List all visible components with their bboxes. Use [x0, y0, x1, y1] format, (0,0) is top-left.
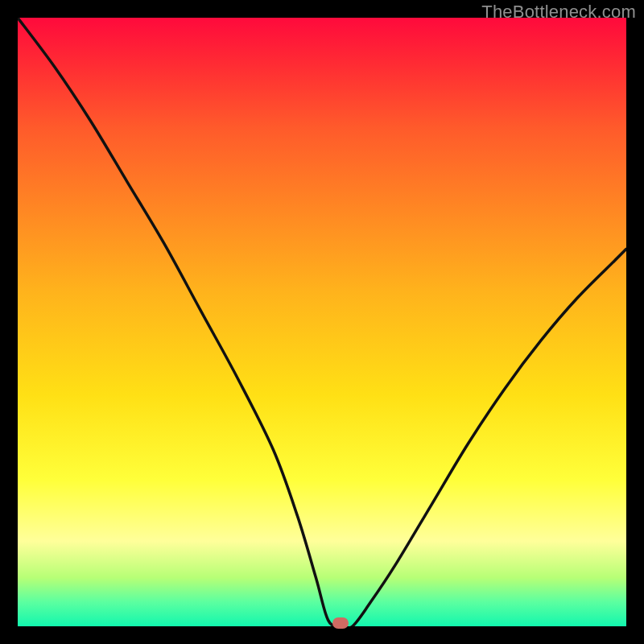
- watermark-label: TheBottleneck.com: [481, 2, 636, 23]
- curve-path: [18, 18, 626, 626]
- bottleneck-curve: [18, 18, 626, 626]
- chart-frame: TheBottleneck.com: [0, 0, 644, 644]
- min-point-marker: [332, 617, 349, 629]
- plot-area: [18, 18, 626, 626]
